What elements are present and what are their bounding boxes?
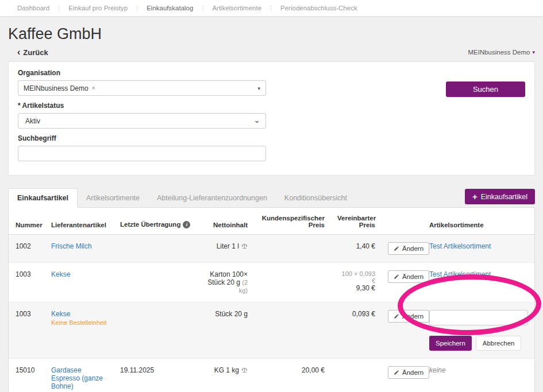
nav-separator-icon: ⋮ [134,5,140,12]
pencil-icon [394,274,399,280]
scale-icon [241,243,248,249]
artikelstatus-select[interactable]: Aktiv ⌄ [18,113,266,129]
page-title: Kaffee GmbH [0,25,543,43]
nav-separator-icon: ⋮ [268,5,274,12]
cell-vereinbart: 0,093 € [330,302,381,359]
editor-actions: Speichern Abbrechen [429,336,529,351]
tab-bar: Einkaufsartikel Artikelsortimente Abteil… [8,188,535,207]
cell-nummer: 1003 [9,263,44,302]
cell-nummer: 15010 [9,359,44,392]
header-uebertragung-label: Letzte Übertragung [120,221,180,228]
netto-line1: Karton 100× [201,270,248,278]
sortiment-input[interactable] [429,310,528,325]
organisation-chip: MEINbusiness Demo [24,84,88,92]
nav-item-artikelsortimente[interactable]: Artikelsortimente [212,5,261,11]
table-row: 1003 Kekse Keine Bestelleinheit Stück 20… [9,302,534,359]
cell-vereinbart [330,359,381,392]
artikelstatus-label: * Artikelstatus [18,102,525,110]
bestelleinheit-warning: Keine Bestelleinheit [51,319,107,326]
scale-icon [241,367,248,373]
add-einkaufsartikel-button[interactable]: + Einkaufsartikel [465,189,535,204]
cell-nummer: 1003 [9,302,44,359]
tab-einkaufsartikel[interactable]: Einkaufsartikel [8,188,78,208]
cell-artikelsortimente: Test Artikelsortiment [422,235,534,263]
tab-abteilung-lieferantenzuordnungen[interactable]: Abteilung-Lieferantenzuordnungen [148,189,276,207]
sortiment-link[interactable]: Test Artikelsortiment [429,270,491,278]
table-panel: Nummer Lieferantenartikel Letzte Übertra… [8,207,535,392]
plus-icon: + [472,192,477,201]
caret-down-icon: ▾ [532,49,535,55]
caret-down-icon: ▾ [257,86,260,91]
artikel-link[interactable]: Frische Milch [51,242,92,250]
cell-nummer: 1002 [9,235,44,263]
account-dropdown[interactable]: MEINbusiness Demo ▾ [468,49,535,56]
cell-artikelsortimente: Test Artikelsortiment [422,263,534,302]
header-letzte-uebertragung: Letzte Übertragungi [113,208,194,235]
sortiment-link[interactable]: Test Artikelsortiment [429,242,491,250]
nav-item-periodenabschluss-check[interactable]: Periodenabschluss-Check [280,5,357,11]
chevron-down-icon: ⌄ [253,116,260,124]
top-navigation: Dashboard ⋮ Einkauf pro Preistyp ⋮ Einka… [0,0,543,16]
save-button[interactable]: Speichern [429,336,472,351]
organisation-multiselect[interactable]: MEINbusiness Demo × ▾ [18,80,266,96]
cell-kundenpreis: 20,00 € [253,359,330,392]
search-input[interactable] [18,146,266,161]
header-lieferantenartikel: Lieferantenartikel [44,208,113,235]
cell-uebertragung [113,263,194,302]
cell-kundenpreis [253,302,330,359]
search-button[interactable]: Suchen [446,81,525,97]
header-nettoinhalt: Nettoinhalt [194,208,253,235]
cell-aendern: Ändern [381,263,422,302]
tab-artikelsortimente[interactable]: Artikelsortimente [78,189,148,207]
sortiment-none-label: keine [429,366,446,374]
cell-aendern: Ändern [381,235,422,263]
cell-aendern: Ändern [381,302,422,359]
cell-artikelsortimente-editor: Speichern Abbrechen [422,302,534,359]
add-button-label: Einkaufsartikel [481,193,527,201]
pencil-icon [394,313,399,319]
cell-artikelsortimente: keine [422,359,534,392]
back-link[interactable]: ‹ Zurück [17,48,48,57]
cell-uebertragung [113,235,194,263]
info-icon[interactable]: i [183,221,190,228]
header-artikelsortimente: Artikelsortimente [422,208,534,235]
cell-nettoinhalt: Liter 1 l [194,235,253,263]
cell-kundenpreis [253,263,330,302]
cell-kundenpreis [253,235,330,263]
aendern-label: Ändern [402,273,423,280]
netto-text: Liter 1 l [217,242,239,250]
cell-nettoinhalt: KG 1 kg [194,359,253,392]
cell-nettoinhalt: Karton 100× Stück 20 g (2 kg) [194,263,253,302]
tab-konditionsuebersicht[interactable]: Konditionsübersicht [276,189,356,207]
aendern-button[interactable]: Ändern [388,366,429,379]
nav-item-dashboard[interactable]: Dashboard [17,5,49,11]
back-chevron-icon: ‹ [17,48,20,57]
header-aendern [381,208,422,235]
cancel-button[interactable]: Abbrechen [476,336,522,351]
netto-line2: Stück 20 g [207,278,240,286]
pencil-icon [394,246,399,251]
table-header-row: Nummer Lieferantenartikel Letzte Übertra… [9,208,534,235]
aendern-button[interactable]: Ändern [388,242,429,255]
nav-item-einkaufskatalog[interactable]: Einkaufskatalog [147,5,193,11]
nav-separator-icon: ⋮ [199,5,206,12]
table-row: 1002 Frische Milch Liter 1 l 1,40 € Ände… [9,235,534,263]
artikel-link[interactable]: Kekse [51,270,70,278]
table-row: 1003 Kekse Karton 100× Stück 20 g (2 kg)… [9,263,534,302]
pencil-icon [394,370,399,375]
aendern-button[interactable]: Ändern [388,270,429,283]
cell-vereinbart: 100 × 0,093 € 9,30 € [330,263,381,302]
header-vereinbarter-preis: Vereinbarter Preis [330,208,381,235]
netto-note: (2 kg) [239,279,248,294]
cell-uebertragung: 19.11.2025 [113,359,194,392]
chip-remove-icon[interactable]: × [92,85,95,91]
artikel-link[interactable]: Kekse [51,310,70,318]
artikel-link[interactable]: Gardasee Espresso (ganze Bohne) [51,366,103,390]
header-kundenspezifischer-preis: Kundenspezifischer Preis [253,208,330,235]
account-label: MEINbusiness Demo [468,49,530,56]
nav-item-einkauf-pro-preistyp[interactable]: Einkauf pro Preistyp [68,5,128,11]
header-nummer: Nummer [9,208,44,235]
back-label: Zurück [23,48,48,57]
cell-vereinbart: 1,40 € [330,235,381,263]
aendern-button[interactable]: Ändern [388,310,429,323]
